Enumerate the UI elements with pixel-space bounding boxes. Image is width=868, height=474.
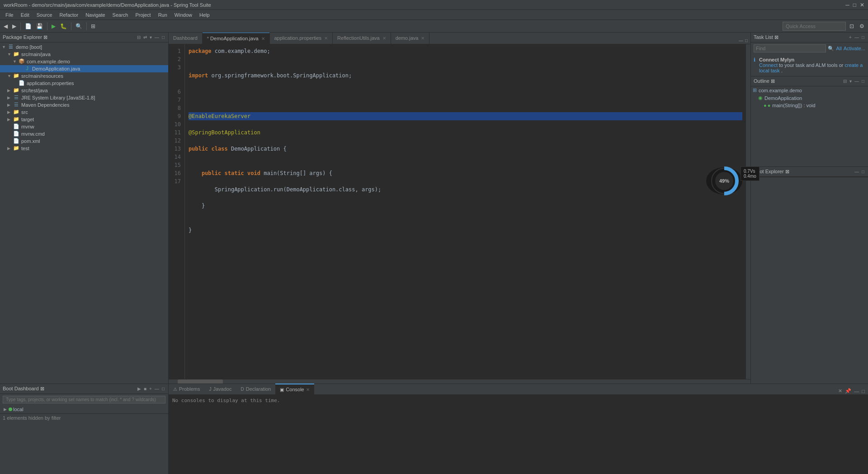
collapse-all-btn[interactable]: ⊟ <box>136 34 142 40</box>
tree-item-jre[interactable]: ▶ ☰ JRE System Library [JavaSE-1.8] <box>0 94 168 101</box>
toolbar-back[interactable]: ◀ <box>2 21 9 31</box>
toolbar-save[interactable]: 💾 <box>34 21 45 31</box>
code-editor[interactable]: 1 2 3 6 7 8 9 10 11 12 13 14 15 16 1 <box>169 44 750 379</box>
boot-dashboard-local-item[interactable]: ▶ local <box>0 405 168 413</box>
tree-arrow-src-main-java: ▼ <box>7 52 13 57</box>
console-pin-btn[interactable]: 📌 <box>844 388 853 394</box>
tree-item-src-test-java[interactable]: ▶ 📁 src/test/java <box>0 87 168 94</box>
menu-window[interactable]: Window <box>171 11 196 19</box>
boot-dash-stop-btn[interactable]: ■ <box>143 386 147 392</box>
toolbar-perspective-icons[interactable]: ⊡ <box>848 21 856 31</box>
menu-refactor[interactable]: Refactor <box>56 11 82 19</box>
maven-icon: ☰ <box>13 102 20 108</box>
outline-minimize-btn[interactable]: — <box>854 78 860 84</box>
outline-menu-btn[interactable]: ▾ <box>849 78 853 84</box>
boot-dash-maximize-btn[interactable]: □ <box>161 386 165 392</box>
task-find-input[interactable] <box>754 44 826 52</box>
tree-item-mvnw-cmd[interactable]: 📄 mvnw.cmd <box>0 130 168 137</box>
tree-item-com-example[interactable]: ▼ 📦 com.example.demo <box>0 58 168 65</box>
close-btn[interactable]: ✕ <box>860 2 864 8</box>
quick-access-input[interactable] <box>783 22 846 31</box>
boot-dash-start-btn[interactable]: ▶ <box>137 386 142 392</box>
menu-file[interactable]: File <box>2 11 17 19</box>
boot-explorer-minimize-btn[interactable]: — <box>854 169 860 175</box>
task-all-label[interactable]: All <box>836 46 841 51</box>
toolbar-new[interactable]: 📄 <box>23 21 33 31</box>
outline-item-method[interactable]: ● ● main(String[]) : void <box>751 102 868 109</box>
explorer-view-menu[interactable]: ▾ <box>149 34 153 40</box>
menu-help[interactable]: Help <box>196 11 213 19</box>
menu-edit[interactable]: Edit <box>17 11 33 19</box>
tree-item-maven-deps[interactable]: ▶ ☰ Maven Dependencies <box>0 101 168 109</box>
console-clear-btn[interactable]: ✕ <box>837 388 844 394</box>
tree-item-src-main-resources[interactable]: ▼ 📁 src/main/resources <box>0 72 168 80</box>
tab-dashboard[interactable]: Dashboard <box>169 33 203 44</box>
console-content: No consoles to display at this time. <box>169 395 868 474</box>
cpu-circle-container: 49% 0.7Vs 0.4mo <box>710 166 739 195</box>
tree-item-mvnw[interactable]: 📄 mvnw <box>0 123 168 130</box>
tab-app-properties[interactable]: application.properties ✕ <box>270 33 333 44</box>
toolbar-run[interactable]: ▶ <box>50 21 57 31</box>
outline-title: Outline ⊠ <box>754 78 842 84</box>
minimize-btn[interactable]: ─ <box>845 2 849 8</box>
console-tab-problems[interactable]: ⚠ Problems <box>169 384 204 394</box>
tree-item-demo-application[interactable]: J DemoApplication.java <box>0 65 168 72</box>
toolbar-debug[interactable]: 🐛 <box>58 21 69 31</box>
outline-collapse-btn[interactable]: ⊟ <box>842 78 848 84</box>
tab-reflection-utils[interactable]: ReflectionUtils.java ✕ <box>333 33 391 44</box>
tree-item-test[interactable]: ▶ 📁 test <box>0 145 168 152</box>
tab-demo-java-close[interactable]: ✕ <box>421 36 425 41</box>
toolbar-forward[interactable]: ▶ <box>10 21 18 31</box>
task-list-maximize-btn[interactable]: □ <box>861 34 865 40</box>
code-content[interactable]: package com.example.demo; import org.spr… <box>185 44 746 379</box>
console-maximize-btn[interactable]: □ <box>860 388 866 394</box>
connect-link[interactable]: Connect <box>759 62 778 68</box>
filter-message-text: 1 elements hidden by filter <box>3 415 61 421</box>
menu-source[interactable]: Source <box>33 11 56 19</box>
tree-item-pom-xml[interactable]: 📄 pom.xml <box>0 137 168 145</box>
outline-item-class[interactable]: ◉ DemoApplication <box>751 94 868 102</box>
tree-item-app-props[interactable]: 📄 application.properties <box>0 80 168 87</box>
outline-maximize-btn[interactable]: □ <box>861 78 865 84</box>
outline-item-package[interactable]: ⊞ com.example.demo <box>751 86 868 94</box>
tree-item-demo[interactable]: ▼ ☰ demo [boot] <box>0 43 168 51</box>
console-tab-console[interactable]: ▣ Console ✕ <box>275 384 314 394</box>
task-list-minimize-btn[interactable]: — <box>854 34 860 40</box>
tree-item-src-main-java[interactable]: ▼ 📁 src/main/java <box>0 51 168 58</box>
tab-demo-app-close[interactable]: ✕ <box>261 36 265 41</box>
boot-dash-minimize-btn[interactable]: — <box>154 386 160 392</box>
boot-explorer-maximize-btn[interactable]: □ <box>861 169 865 175</box>
menu-navigate[interactable]: Navigate <box>82 11 108 19</box>
boot-dash-add-btn[interactable]: + <box>148 386 153 392</box>
tab-demo-java[interactable]: demo.java ✕ <box>391 33 430 44</box>
toolbar-perspective[interactable]: ⊞ <box>89 21 97 31</box>
tree-item-src[interactable]: ▶ 📁 src <box>0 109 168 116</box>
task-find-btn[interactable]: 🔍 <box>828 46 834 52</box>
console-tab-declaration[interactable]: D Declaration <box>236 384 275 394</box>
explorer-maximize-btn[interactable]: □ <box>161 34 165 40</box>
explorer-minimize-btn[interactable]: — <box>154 34 160 40</box>
editor-scrollbar-vertical[interactable] <box>746 44 750 379</box>
boot-dashboard-search-input[interactable] <box>3 396 165 403</box>
task-list-new-btn[interactable]: + <box>848 34 853 40</box>
tree-item-target[interactable]: ▶ 📁 target <box>0 116 168 123</box>
tab-minimize-btn[interactable]: — <box>738 37 744 44</box>
menu-run[interactable]: Run <box>155 11 171 19</box>
tab-maximize-btn[interactable]: □ <box>744 37 749 44</box>
menu-search[interactable]: Search <box>109 11 132 19</box>
tab-app-properties-close[interactable]: ✕ <box>324 36 328 41</box>
toolbar-settings[interactable]: ⚙ <box>858 21 866 31</box>
tab-demo-application[interactable]: * DemoApplication.java ✕ <box>203 33 270 44</box>
console-tab-close[interactable]: ✕ <box>306 387 310 392</box>
console-tab-javadoc[interactable]: J Javadoc <box>204 384 236 394</box>
toolbar-search[interactable]: 🔍 <box>74 21 84 31</box>
console-minimize-btn[interactable]: — <box>853 388 860 394</box>
menu-project[interactable]: Project <box>132 11 154 19</box>
console-icon: ▣ <box>280 387 284 392</box>
link-editor-btn[interactable]: ⇄ <box>142 34 148 40</box>
connect-mylyn-title: Connect Mylyn <box>759 57 794 62</box>
tab-reflection-utils-close[interactable]: ✕ <box>382 36 386 41</box>
maximize-btn[interactable]: □ <box>853 2 856 8</box>
task-activate-label[interactable]: Activate... <box>844 46 865 51</box>
editor-scrollbar-horizontal[interactable] <box>169 379 750 384</box>
